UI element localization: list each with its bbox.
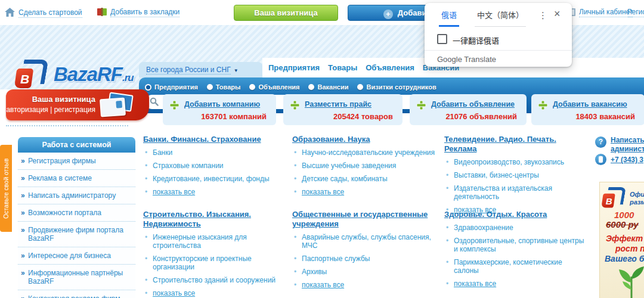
sidebar-item-portal-features[interactable]: »Возможности портала bbox=[18, 204, 135, 222]
arrow-icon: » bbox=[21, 252, 25, 260]
category-item[interactable]: •Выставки, бизнес-центры bbox=[444, 171, 584, 179]
category-title[interactable]: Банки. Финансы. Страхование bbox=[143, 135, 286, 144]
show-all-link[interactable]: •показать все bbox=[292, 281, 441, 289]
always-translate-label[interactable]: 一律翻译俄语 bbox=[453, 35, 499, 46]
quick-card-add-ad: Добавить объявление 21076 объявлений bbox=[410, 94, 527, 125]
category-health-beauty: Здоровье. Отдых. Красота •Здравоохранени… bbox=[444, 210, 584, 293]
show-all-link[interactable]: •показать все bbox=[444, 280, 584, 288]
register-link[interactable]: Регистрация bbox=[627, 8, 644, 16]
scope-enterprises[interactable]: Предприятия bbox=[145, 83, 198, 91]
vacancies-count: 18403 вакансий bbox=[575, 112, 635, 121]
dotted-divider bbox=[6, 125, 128, 126]
category-item[interactable]: •Паспортные службы bbox=[292, 254, 441, 263]
category-item[interactable]: •Конструкторские и проектные организации bbox=[143, 254, 280, 271]
radio-icon[interactable] bbox=[308, 84, 314, 90]
show-all-link[interactable]: •показать все bbox=[292, 188, 441, 196]
scope-staff-cards[interactable]: Визитки сотрудников bbox=[357, 83, 436, 91]
nav-enterprises[interactable]: Предприятия bbox=[268, 63, 320, 72]
category-item[interactable]: •Видеопроизводство, звукозапись bbox=[444, 158, 584, 166]
bullet-icon: • bbox=[446, 158, 448, 166]
bullet-icon: • bbox=[294, 162, 296, 170]
category-item[interactable]: •Детские сады, комбинаты bbox=[292, 175, 441, 183]
category-title[interactable]: Телевидение. Радио. Печать. Реклама bbox=[444, 135, 584, 154]
brand-title: BazaRF.ru bbox=[54, 64, 134, 84]
category-item[interactable]: •Оздоровительные, спортивные центры и ко… bbox=[444, 237, 584, 253]
radio-selected-icon[interactable] bbox=[145, 84, 151, 91]
category-construction: Строительство. Изыскания. Недвижимость •… bbox=[143, 210, 280, 298]
category-item[interactable]: •Кредитование, инвестиции, фонды bbox=[143, 175, 286, 183]
category-item[interactable]: •Аварийные службы, службы спасения, МЧС bbox=[292, 233, 441, 250]
close-icon[interactable]: × bbox=[554, 8, 561, 20]
add-bookmark-link[interactable]: Добавить в закладки bbox=[97, 8, 179, 16]
radio-icon[interactable] bbox=[207, 84, 213, 90]
bullet-icon: • bbox=[294, 148, 296, 157]
sidebar-item-info-partners[interactable]: »Информационные партнёры BazaRF bbox=[18, 265, 135, 290]
sidebar-item-context-ads[interactable]: »Контекстная реклама фирм bbox=[18, 290, 135, 298]
goods-count: 205424 товаров bbox=[333, 112, 393, 121]
radio-icon[interactable] bbox=[357, 84, 363, 90]
vizitnitsa-button[interactable]: Ваша визитница bbox=[234, 5, 338, 21]
nav-goods[interactable]: Товары bbox=[328, 63, 357, 72]
show-all-link[interactable]: •показать все bbox=[143, 188, 286, 196]
tab-source-language[interactable]: 俄语 bbox=[439, 9, 459, 27]
write-admin-link[interactable]: Написать администратору bbox=[611, 136, 644, 154]
sidebar-item-business-interest[interactable]: »Интересное для бизнеса bbox=[18, 247, 135, 265]
category-item[interactable]: •Банки bbox=[143, 148, 286, 157]
category-title[interactable]: Здоровье. Отдых. Красота bbox=[444, 210, 584, 219]
scope-vacancies[interactable]: Вакансии bbox=[308, 83, 348, 91]
category-item[interactable]: •Инженерные изыскания для строительства bbox=[143, 233, 280, 250]
ad-slogan: рост пр bbox=[615, 244, 644, 253]
make-homepage-link[interactable]: Сделать стартовой bbox=[5, 8, 82, 17]
category-title[interactable]: Строительство. Изыскания. Недвижимость bbox=[143, 210, 280, 229]
quick-card-add-vacancy: Добавить вакансию 18403 вакансий bbox=[531, 94, 644, 125]
bullet-icon: • bbox=[446, 258, 448, 266]
arrow-icon: » bbox=[21, 226, 25, 234]
sidebar-item-promotion[interactable]: »Продвижение фирм портала BazaRF bbox=[18, 222, 135, 247]
category-item[interactable]: •Здравоохранение bbox=[444, 224, 584, 232]
add-company-link[interactable]: Добавить компанию bbox=[184, 100, 260, 108]
region-selector[interactable]: Все города России и СНГ▼ bbox=[139, 62, 262, 77]
category-title[interactable]: Общественные и государственные учреждени… bbox=[292, 210, 441, 229]
ad-slogan: Эффект bbox=[606, 234, 643, 243]
category-title[interactable]: Образование. Наука bbox=[292, 135, 441, 144]
arrow-icon: » bbox=[21, 174, 25, 182]
tab-target-language[interactable]: 中文（简体） bbox=[475, 9, 526, 27]
radio-icon[interactable] bbox=[249, 84, 255, 90]
category-item[interactable]: •Научно-исследовательские учреждения bbox=[292, 148, 441, 157]
scope-goods[interactable]: Товары bbox=[207, 83, 241, 91]
always-translate-checkbox[interactable] bbox=[437, 34, 447, 44]
category-item[interactable]: •Издательства и издательская деятельност… bbox=[444, 184, 584, 201]
sidebar-item-advertising[interactable]: »Реклама в системе bbox=[18, 170, 135, 187]
business-card-icon bbox=[100, 94, 134, 117]
category-item[interactable]: •Парикмахерские, косметические салоны bbox=[444, 258, 584, 275]
overflow-menu-icon[interactable]: ⋮ bbox=[538, 10, 547, 21]
promo-banner[interactable]: B Офи разм 1000 6000 ру Эффект рост пр В… bbox=[599, 182, 644, 298]
category-item[interactable]: •Строительство зданий и сооружений bbox=[143, 276, 280, 284]
scope-ads[interactable]: Объявления bbox=[249, 83, 299, 91]
question-icon: ? bbox=[595, 136, 606, 148]
personal-cabinet-link[interactable]: Личный кабинет bbox=[569, 8, 633, 16]
sidebar-item-write-admin[interactable]: »Написать администратору bbox=[18, 187, 135, 204]
auth-register-links[interactable]: авторизация | регистрация bbox=[0, 105, 95, 114]
category-item[interactable]: •Высшие учебные заведения bbox=[292, 162, 441, 170]
banner-title: Ваша визитница bbox=[6, 95, 95, 104]
bullet-icon: • bbox=[294, 175, 296, 183]
nav-ads[interactable]: Объявления bbox=[366, 63, 414, 72]
category-item[interactable]: •Архивы bbox=[292, 268, 441, 276]
ad-slogan: Вашего б bbox=[605, 254, 644, 263]
feedback-tab[interactable]: Оставьте свой отзыв bbox=[0, 145, 12, 232]
google-translate-popup: 俄语 中文（简体） ⋮ × 一律翻译俄语 Google Translate bbox=[425, 3, 572, 67]
bullet-icon: • bbox=[145, 233, 147, 241]
sidebar-item-register-firm[interactable]: »Регистрация фирмы bbox=[18, 153, 135, 170]
ad-text: разм bbox=[630, 198, 644, 206]
vizitnitsa-banner[interactable]: Ваша визитница авторизация | регистрация bbox=[6, 89, 149, 120]
category-item[interactable]: •Страховые компании bbox=[143, 162, 286, 170]
add-vacancy-link[interactable]: Добавить вакансию bbox=[553, 100, 627, 108]
show-all-link[interactable]: •показать все bbox=[143, 289, 280, 297]
place-price-link[interactable]: Разместить прайс bbox=[305, 100, 371, 108]
add-ad-link[interactable]: Добавить объявление bbox=[431, 100, 515, 108]
phone-link[interactable]: +7 (343) 3 bbox=[611, 156, 643, 164]
category-public-state: Общественные и государственные учреждени… bbox=[292, 210, 441, 294]
category-education-science: Образование. Наука •Научно-исследователь… bbox=[292, 135, 441, 201]
search-icon bbox=[150, 97, 159, 106]
